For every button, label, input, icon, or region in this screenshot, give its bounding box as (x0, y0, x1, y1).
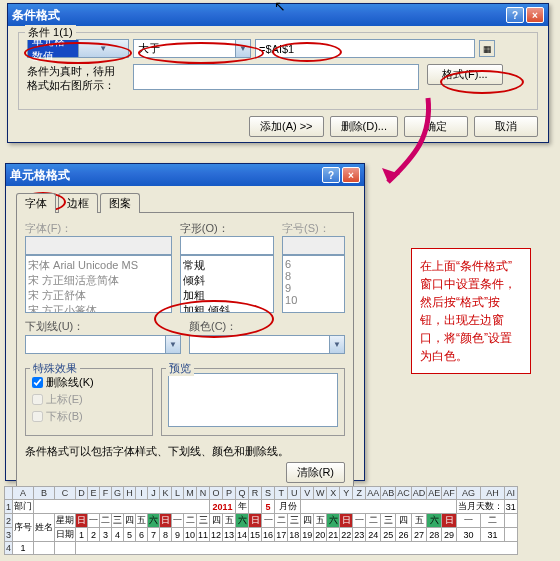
superscript-checkbox: 上标(E) (32, 392, 146, 407)
close-button[interactable]: × (342, 167, 360, 183)
date-row: 3日期1234567891011121314151617181920212223… (5, 528, 518, 542)
col-headers: ABCDEFGHIJKLMNOPQRSTUVWXYZAAABACADAEAFAG… (5, 487, 518, 500)
spreadsheet[interactable]: ABCDEFGHIJKLMNOPQRSTUVWXYZAAABACADAEAFAG… (4, 486, 518, 555)
format-button[interactable]: 格式(F)... (427, 64, 503, 85)
value-input[interactable] (255, 39, 475, 58)
table-row: 41 (5, 542, 518, 555)
ref-picker-icon[interactable]: ▦ (479, 40, 495, 57)
condition1-legend: 条件 1(1) (25, 25, 76, 40)
color-combo[interactable]: ▼ (189, 335, 345, 354)
color-label: 颜色(C)： (189, 319, 345, 334)
preview-label: 条件为真时，待用 格式如右图所示： (27, 64, 129, 93)
annotation-callout: 在上面“条件格式”窗口中设置条件，然后按“格式”按钮，出现左边窗口，将“颜色”设… (411, 248, 531, 374)
condition1-group: 条件 1(1) 单元格数值▼ 大于▼ ▦ 条件为真时，待用 格式如右图所示： 格… (18, 32, 538, 110)
add-button[interactable]: 添加(A) >> (249, 116, 324, 137)
week-row: 2序号姓名星期日一二三四五六日一二三四五六日一二三四五六日一二三四五六日一二 (5, 514, 518, 528)
effects-group: 特殊效果 删除线(K) 上标(E) 下标(B) (25, 368, 153, 436)
chevron-down-icon: ▼ (78, 40, 129, 57)
format-preview (133, 64, 419, 90)
font-label: 字体(F)： (25, 221, 172, 236)
field-type-combo[interactable]: 单元格数值▼ (27, 39, 129, 58)
format-preview-box (168, 373, 338, 427)
tabs: 字体 边框 图案 (16, 193, 354, 213)
tab-font[interactable]: 字体 (16, 193, 56, 213)
chevron-down-icon: ▼ (329, 336, 344, 353)
preview-group: 预览 (161, 368, 345, 436)
title-row: 1部门2011年5月份当月天数：31 (5, 500, 518, 514)
font-panel: 字体(F)： 宋体 Arial Unicode MS宋 方正细活意简体宋 方正舒… (16, 212, 354, 498)
ok-button[interactable]: 确定 (404, 116, 468, 137)
chevron-down-icon: ▼ (165, 336, 180, 353)
size-input (282, 236, 345, 255)
fmt-title: 单元格格式 (10, 167, 320, 184)
style-listbox[interactable]: 常规倾斜加粗加粗 倾斜 (180, 255, 274, 313)
operator-combo[interactable]: 大于▼ (133, 39, 251, 58)
cell-format-dialog: 单元格格式 ? × 字体 边框 图案 字体(F)： 宋体 Arial Unico… (5, 163, 365, 481)
tab-pattern[interactable]: 图案 (100, 193, 140, 213)
size-label: 字号(S)： (282, 221, 345, 236)
underline-label: 下划线(U)： (25, 319, 181, 334)
style-label: 字形(O)： (180, 221, 274, 236)
size-listbox: 68910 (282, 255, 345, 313)
delete-button[interactable]: 删除(D)... (330, 116, 398, 137)
note-text: 条件格式可以包括字体样式、下划线、颜色和删除线。 (25, 444, 345, 458)
close-button[interactable]: × (526, 7, 544, 23)
help-button[interactable]: ? (506, 7, 524, 23)
cancel-button[interactable]: 取消 (474, 116, 538, 137)
style-input[interactable] (180, 236, 274, 255)
font-listbox: 宋体 Arial Unicode MS宋 方正细活意简体宋 方正舒体宋 方正小篆… (25, 255, 172, 313)
clear-button[interactable]: 清除(R) (286, 462, 345, 483)
underline-combo[interactable]: ▼ (25, 335, 181, 354)
font-input (25, 236, 172, 255)
cursor-icon: ↖ (274, 0, 286, 14)
chevron-down-icon: ▼ (235, 40, 250, 57)
fmt-titlebar[interactable]: 单元格格式 ? × (6, 164, 364, 186)
strike-checkbox[interactable]: 删除线(K) (32, 375, 146, 390)
cf-title: 条件格式 (12, 7, 504, 24)
help-button[interactable]: ? (322, 167, 340, 183)
conditional-format-dialog: 条件格式 ? × 条件 1(1) 单元格数值▼ 大于▼ ▦ 条件为真时，待用 格… (7, 3, 549, 143)
tab-border[interactable]: 边框 (58, 193, 98, 213)
subscript-checkbox: 下标(B) (32, 409, 146, 424)
